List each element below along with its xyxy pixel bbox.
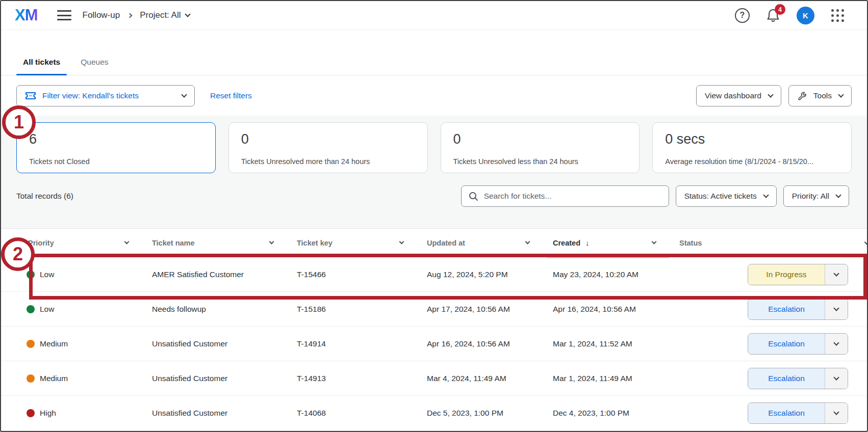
stat-value: 0 secs — [665, 131, 839, 147]
priority-dot — [27, 374, 35, 383]
created-cell: Apr 16, 2024, 10:56 AM — [553, 305, 679, 314]
table-header-row: Priority Ticket name Ticket key Updated … — [1, 229, 867, 257]
priority-dot — [27, 305, 35, 313]
ticket-key-cell: T-14913 — [297, 374, 427, 383]
ticket-key-cell: T-14068 — [297, 409, 427, 418]
table-row[interactable]: Medium Unsatisfied Customer T-14914 Apr … — [1, 327, 867, 361]
chevron-down-icon — [833, 340, 839, 345]
ticket-name-cell: Unsatisfied Customer — [152, 339, 297, 348]
stat-label: Average resolution time (8/1/2024 - 8/15… — [665, 157, 839, 166]
column-label: Created — [553, 239, 580, 247]
status-cell: Escalation — [679, 402, 867, 424]
column-header-ticket-key[interactable]: Ticket key — [297, 239, 427, 247]
notifications-button[interactable]: 4 — [767, 8, 780, 22]
updated-at-cell: Mar 4, 2024, 11:49 AM — [427, 374, 553, 383]
chevron-down-icon — [652, 239, 657, 245]
column-header-status[interactable]: Status — [679, 239, 867, 247]
app-grid-icon[interactable] — [831, 9, 844, 22]
tab-all-tickets[interactable]: All tickets — [16, 58, 67, 75]
tab-bar: All tickets Queues — [1, 30, 867, 75]
stat-card-tickets-not-closed[interactable]: 6 Tickets not Closed — [16, 122, 216, 173]
status-badge: Escalation — [768, 374, 805, 383]
column-header-priority[interactable]: Priority — [23, 239, 152, 247]
table-row[interactable]: High Unsatisfied Customer T-14068 Dec 5,… — [1, 396, 867, 430]
project-selector[interactable]: Project: All — [140, 10, 189, 20]
breadcrumb-follow-up[interactable]: Follow-up — [83, 10, 120, 20]
chevron-down-icon — [185, 11, 190, 17]
priority-dot — [27, 409, 35, 417]
search-input[interactable] — [484, 192, 661, 201]
reset-filters-link[interactable]: Reset filters — [210, 91, 252, 100]
sort-desc-icon: ↓ — [585, 238, 590, 247]
status-cell: Escalation — [679, 333, 867, 355]
status-caret-button[interactable] — [825, 299, 848, 319]
stat-label: Tickets Unresolved less than 24 hours — [453, 157, 627, 166]
updated-at-cell: Apr 16, 2024, 10:56 AM — [427, 339, 553, 348]
status-cell: Escalation — [679, 299, 867, 320]
status-filter-dropdown[interactable]: Status: Active tickets — [676, 185, 777, 207]
priority-label: Medium — [40, 339, 68, 348]
chevron-down-icon — [833, 305, 839, 311]
stat-card-avg-resolution-time[interactable]: 0 secs Average resolution time (8/1/2024… — [652, 122, 852, 173]
priority-cell: High — [23, 409, 152, 418]
search-icon — [469, 192, 478, 201]
status-dropdown[interactable]: Escalation — [748, 402, 848, 424]
tools-button[interactable]: Tools — [788, 85, 852, 106]
notification-badge: 4 — [775, 4, 785, 15]
hamburger-menu-icon[interactable] — [57, 10, 71, 20]
ticket-name-cell: Unsatisfied Customer — [152, 409, 297, 418]
status-dropdown[interactable]: Escalation — [748, 299, 848, 320]
ticket-key-cell: T-15466 — [297, 270, 427, 279]
records-toolbar: Total records (6) Status: Active tickets… — [16, 185, 852, 207]
ticket-name-cell: Unsatisfied Customer — [152, 374, 297, 383]
table-row[interactable]: Low Needs followup T-15186 Apr 17, 2024,… — [1, 292, 867, 327]
created-cell: Mar 1, 2024, 11:49 AM — [553, 374, 679, 383]
ticket-key-cell: T-15186 — [297, 305, 427, 314]
status-badge: Escalation — [768, 339, 805, 348]
column-header-updated-at[interactable]: Updated at — [427, 239, 553, 247]
status-caret-button[interactable] — [825, 403, 848, 423]
total-records-label: Total records (6) — [16, 192, 73, 201]
stat-cards: 6 Tickets not Closed 0 Tickets Unresolve… — [16, 122, 852, 173]
view-dashboard-button[interactable]: View dashboard — [696, 85, 781, 106]
priority-filter-dropdown[interactable]: Priority: All — [783, 185, 849, 207]
chevron-down-icon — [269, 239, 274, 245]
filter-view-dropdown[interactable]: Filter view: Kendall's tickets — [16, 85, 195, 106]
column-label: Priority — [28, 239, 54, 247]
chevron-down-icon — [525, 239, 530, 245]
stat-value: 0 — [453, 131, 627, 147]
tools-label: Tools — [813, 91, 832, 100]
status-caret-button[interactable] — [825, 368, 848, 389]
chevron-right-icon — [127, 13, 133, 18]
tab-queues[interactable]: Queues — [74, 58, 115, 75]
view-dashboard-label: View dashboard — [705, 91, 761, 100]
status-caret-button[interactable] — [825, 264, 848, 285]
updated-at-cell: Aug 12, 2024, 5:20 PM — [427, 270, 553, 279]
stats-section: 6 Tickets not Closed 0 Tickets Unresolve… — [1, 116, 867, 229]
column-header-created[interactable]: Created ↓ — [553, 238, 679, 247]
breadcrumb-section-label: Follow-up — [83, 10, 120, 20]
status-caret-button[interactable] — [825, 334, 848, 354]
priority-label: Low — [40, 305, 54, 314]
table-row[interactable]: Low AMER Satisfied Customer T-15466 Aug … — [1, 257, 867, 292]
stat-card-unresolved-less-24h[interactable]: 0 Tickets Unresolved less than 24 hours — [441, 122, 640, 173]
chevron-down-icon — [833, 271, 839, 276]
status-dropdown[interactable]: In Progress — [748, 264, 848, 285]
ticket-name-cell: Needs followup — [152, 305, 297, 314]
ticket-icon — [25, 91, 36, 100]
status-dropdown[interactable]: Escalation — [748, 333, 848, 355]
table-row[interactable]: Medium Unsatisfied Customer T-14913 Mar … — [1, 361, 867, 396]
priority-label: Low — [40, 270, 54, 279]
chevron-down-icon — [833, 409, 839, 415]
avatar[interactable]: K — [797, 7, 814, 24]
status-dropdown[interactable]: Escalation — [748, 368, 848, 389]
help-icon[interactable]: ? — [735, 8, 750, 23]
stat-value: 6 — [29, 131, 203, 147]
stat-card-unresolved-more-24h[interactable]: 0 Tickets Unresolved more than 24 hours — [228, 122, 428, 173]
status-cell: Escalation — [679, 368, 867, 389]
chevron-down-icon — [833, 374, 839, 380]
breadcrumb: Follow-up Project: All — [83, 10, 190, 20]
stat-value: 0 — [241, 131, 415, 147]
column-header-ticket-name[interactable]: Ticket name — [152, 239, 297, 247]
priority-cell: Medium — [23, 374, 152, 383]
